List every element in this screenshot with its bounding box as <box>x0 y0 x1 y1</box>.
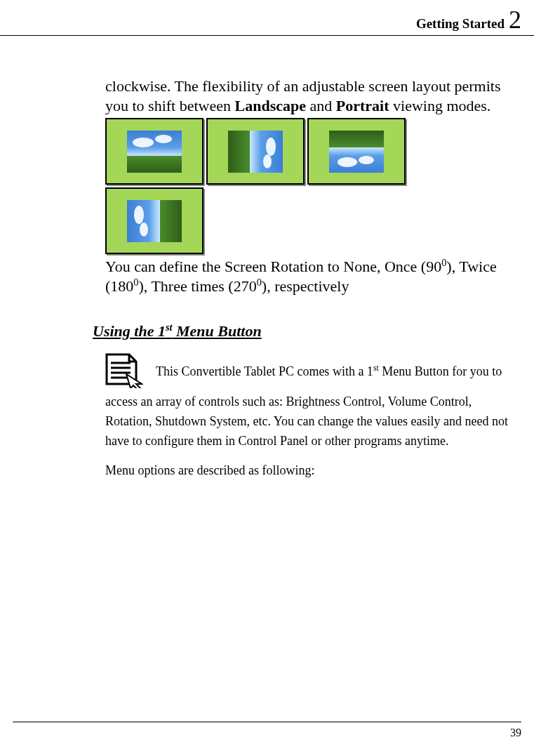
rotation-thumbnails-row-2 <box>105 187 521 254</box>
paragraph-menu-button: This Convertible Tablet PC comes with a … <box>105 353 521 451</box>
menu-document-icon <box>105 353 143 388</box>
paragraph-menu-options: Menu options are described as following: <box>105 461 521 481</box>
page-number: 39 <box>510 727 521 738</box>
heading-text: Using the 1 <box>93 322 166 340</box>
rotation-thumb-270deg <box>105 187 203 254</box>
chapter-number: 2 <box>509 7 521 32</box>
heading-text: Menu Button <box>172 322 261 340</box>
paragraph-rotation-degrees: You can define the Screen Rotation to No… <box>105 257 521 296</box>
rotation-thumb-90deg <box>206 118 305 185</box>
page-footer: 39 <box>13 722 521 739</box>
superscript-st: st <box>373 364 379 373</box>
text-fragment: ), respectively <box>262 277 349 295</box>
text-fragment: This Convertible Tablet PC comes with a … <box>156 364 373 378</box>
paragraph-rotation-intro: clockwise. The flexibility of an adjusta… <box>105 77 521 115</box>
rotation-thumb-180deg <box>307 118 406 185</box>
text-fragment: You can define the Screen Rotation to No… <box>105 258 441 275</box>
text-fragment: ), Three times (270 <box>138 277 256 295</box>
portrait-word: Portrait <box>336 97 389 114</box>
text-fragment: viewing modes. <box>389 97 491 114</box>
rotation-thumbnails-row-1 <box>105 118 521 185</box>
page-header: Getting Started 2 <box>0 0 534 36</box>
page-content: clockwise. The flexibility of an adjusta… <box>0 36 534 481</box>
header-title: Getting Started <box>416 16 505 32</box>
landscape-word: Landscape <box>235 97 306 114</box>
rotation-thumb-0deg <box>105 118 203 185</box>
text-fragment: and <box>306 97 336 114</box>
superscript-degree: 0 <box>257 277 262 288</box>
section-heading-menu-button: Using the 1st Menu Button <box>93 321 521 340</box>
